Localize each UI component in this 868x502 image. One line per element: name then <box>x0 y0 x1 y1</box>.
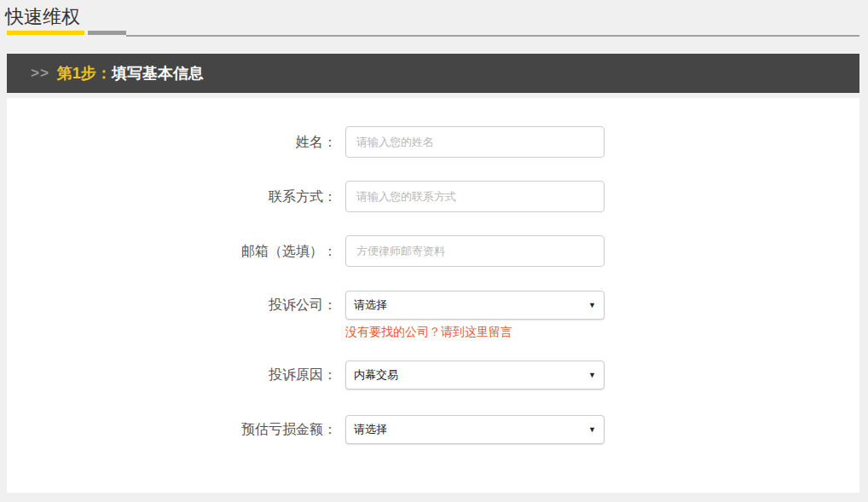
contact-label: 联系方式： <box>7 181 337 212</box>
reason-select[interactable]: 内幕交易 ▼ <box>345 361 605 389</box>
loss-amount-label: 预估亏损金额： <box>7 415 337 444</box>
page-header: 快速维权 <box>0 0 868 28</box>
underline-accent-gray <box>88 31 126 35</box>
name-input[interactable] <box>345 126 605 158</box>
reason-label: 投诉原因： <box>7 361 337 389</box>
company-select-value: 请选择 <box>354 297 387 313</box>
step-number: 第1步： <box>57 63 112 84</box>
reason-select-value: 内幕交易 <box>354 367 398 383</box>
step-bar: >> 第1步： 填写基本信息 <box>7 54 859 93</box>
name-label: 姓名： <box>7 126 337 158</box>
form-row-contact: 联系方式： <box>7 181 859 212</box>
email-label: 邮箱（选填）： <box>7 235 337 267</box>
chevron-down-icon: ▼ <box>588 302 596 309</box>
form-row-company: 投诉公司： 请选择 ▼ 没有要找的公司？请到这里留言 <box>7 291 859 339</box>
step-title: 填写基本信息 <box>112 63 204 84</box>
underline-rule <box>126 35 859 37</box>
company-help-link[interactable]: 没有要找的公司？请到这里留言 <box>345 325 512 338</box>
page-title: 快速维权 <box>5 6 859 28</box>
form-row-email: 邮箱（选填）： <box>7 235 859 267</box>
form-row-name: 姓名： <box>7 126 859 158</box>
company-label: 投诉公司： <box>7 291 337 320</box>
loss-amount-select[interactable]: 请选择 ▼ <box>345 415 605 444</box>
form-row-loss-amount: 预估亏损金额： 请选择 ▼ <box>7 415 859 444</box>
underline-accent-yellow <box>7 31 84 35</box>
chevron-down-icon: ▼ <box>588 426 596 434</box>
contact-input[interactable] <box>345 181 605 212</box>
form-row-reason: 投诉原因： 内幕交易 ▼ <box>7 361 859 389</box>
loss-amount-select-value: 请选择 <box>354 422 387 437</box>
form-panel: 姓名： 联系方式： 邮箱（选填）： 投诉公司： 请选择 ▼ 没有要找的公司？请到… <box>7 98 859 493</box>
title-underline <box>7 31 859 37</box>
company-select[interactable]: 请选择 ▼ <box>345 291 605 320</box>
email-input[interactable] <box>345 235 605 267</box>
double-chevron-icon: >> <box>31 65 49 82</box>
chevron-down-icon: ▼ <box>588 372 596 379</box>
